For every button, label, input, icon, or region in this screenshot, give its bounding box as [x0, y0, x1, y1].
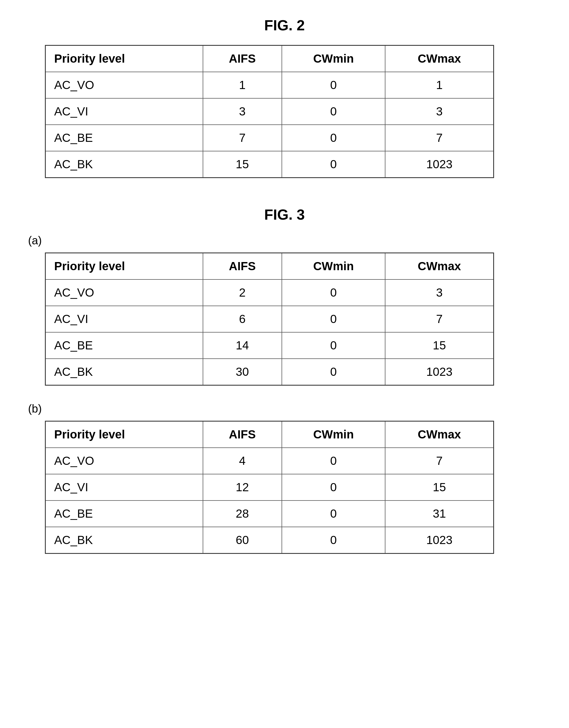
table-cell: 15 — [385, 474, 493, 501]
table-cell: 28 — [203, 501, 282, 527]
table-row: AC_VO101 — [46, 72, 494, 98]
table-cell: AC_VO — [46, 72, 203, 98]
table-cell: 1023 — [385, 359, 493, 385]
table-cell: 3 — [385, 279, 493, 306]
table-row: AC_VI12015 — [46, 474, 494, 501]
fig3a-col-cwmin: CWmin — [282, 253, 385, 280]
table-cell: AC_BE — [46, 332, 203, 359]
table-row: AC_VO203 — [46, 279, 494, 306]
fig3-sub-a-label: (a) — [28, 234, 541, 247]
table-cell: 0 — [282, 306, 385, 332]
fig2-header-row: Priority level AIFS CWmin CWmax — [46, 45, 494, 72]
table-cell: AC_BK — [46, 359, 203, 385]
fig2-col-cwmin: CWmin — [282, 45, 385, 72]
table-row: AC_BE707 — [46, 125, 494, 151]
table-cell: AC_VO — [46, 448, 203, 474]
table-cell: 1023 — [385, 527, 493, 554]
table-cell: AC_VI — [46, 98, 203, 125]
fig3-sub-b-section: (b) Priority level AIFS CWmin CWmax AC_V… — [28, 402, 541, 554]
table-cell: 0 — [282, 527, 385, 554]
table-cell: 0 — [282, 72, 385, 98]
table-cell: 6 — [203, 306, 282, 332]
fig3b-col-aifs: AIFS — [203, 421, 282, 448]
table-cell: 7 — [385, 448, 493, 474]
table-cell: 30 — [203, 359, 282, 385]
table-row: AC_VI607 — [46, 306, 494, 332]
fig3b-col-cwmin: CWmin — [282, 421, 385, 448]
fig3-sub-a-section: (a) Priority level AIFS CWmin CWmax AC_V… — [28, 234, 541, 386]
fig3b-header-row: Priority level AIFS CWmin CWmax — [46, 421, 494, 448]
fig2-col-priority: Priority level — [46, 45, 203, 72]
fig2-col-cwmax: CWmax — [385, 45, 493, 72]
table-cell: 14 — [203, 332, 282, 359]
table-cell: AC_VI — [46, 474, 203, 501]
table-cell: 0 — [282, 98, 385, 125]
table-cell: AC_VO — [46, 279, 203, 306]
table-cell: 0 — [282, 151, 385, 178]
table-cell: AC_BK — [46, 151, 203, 178]
fig3-title: FIG. 3 — [28, 206, 541, 223]
table-row: AC_BE14015 — [46, 332, 494, 359]
table-cell: 1 — [203, 72, 282, 98]
table-row: AC_VO407 — [46, 448, 494, 474]
table-cell: 1 — [385, 72, 493, 98]
table-cell: 1023 — [385, 151, 493, 178]
table-cell: 0 — [282, 474, 385, 501]
table-cell: 31 — [385, 501, 493, 527]
table-cell: 0 — [282, 359, 385, 385]
fig3a-col-aifs: AIFS — [203, 253, 282, 280]
table-cell: AC_BE — [46, 125, 203, 151]
fig2-section: FIG. 2 Priority level AIFS CWmin CWmax A… — [28, 17, 541, 178]
table-cell: AC_BE — [46, 501, 203, 527]
table-cell: 0 — [282, 332, 385, 359]
table-cell: 0 — [282, 279, 385, 306]
table-cell: 7 — [203, 125, 282, 151]
table-cell: 2 — [203, 279, 282, 306]
fig3-table-a: Priority level AIFS CWmin CWmax AC_VO203… — [45, 252, 494, 386]
table-cell: 12 — [203, 474, 282, 501]
fig3a-col-cwmax: CWmax — [385, 253, 493, 280]
fig2-col-aifs: AIFS — [203, 45, 282, 72]
table-cell: AC_VI — [46, 306, 203, 332]
fig3-table-b: Priority level AIFS CWmin CWmax AC_VO407… — [45, 421, 494, 554]
table-cell: 3 — [385, 98, 493, 125]
table-cell: 0 — [282, 448, 385, 474]
fig3b-col-priority: Priority level — [46, 421, 203, 448]
table-cell: 7 — [385, 306, 493, 332]
table-row: AC_BK6001023 — [46, 527, 494, 554]
table-row: AC_BK1501023 — [46, 151, 494, 178]
fig3b-col-cwmax: CWmax — [385, 421, 493, 448]
table-cell: 15 — [203, 151, 282, 178]
table-row: AC_BK3001023 — [46, 359, 494, 385]
table-row: AC_VI303 — [46, 98, 494, 125]
fig3-section: FIG. 3 (a) Priority level AIFS CWmin CWm… — [28, 206, 541, 554]
fig3a-header-row: Priority level AIFS CWmin CWmax — [46, 253, 494, 280]
table-cell: 4 — [203, 448, 282, 474]
table-cell: 60 — [203, 527, 282, 554]
table-cell: 0 — [282, 125, 385, 151]
table-cell: 3 — [203, 98, 282, 125]
fig2-table: Priority level AIFS CWmin CWmax AC_VO101… — [45, 45, 494, 178]
table-cell: AC_BK — [46, 527, 203, 554]
table-cell: 7 — [385, 125, 493, 151]
fig3a-col-priority: Priority level — [46, 253, 203, 280]
fig3-sub-b-label: (b) — [28, 402, 541, 415]
table-row: AC_BE28031 — [46, 501, 494, 527]
table-cell: 0 — [282, 501, 385, 527]
fig2-title: FIG. 2 — [28, 17, 541, 34]
table-cell: 15 — [385, 332, 493, 359]
